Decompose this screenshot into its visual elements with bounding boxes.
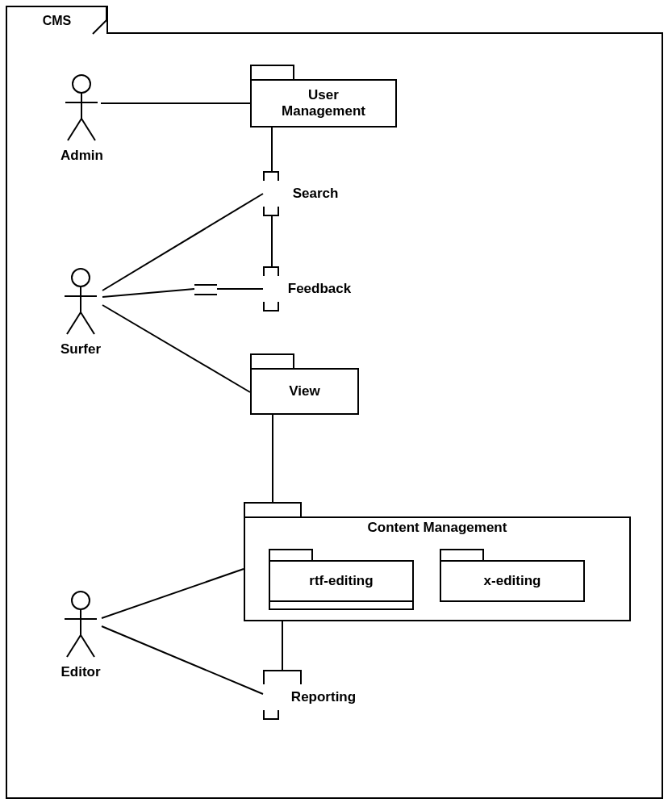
usecase-view: View (250, 368, 359, 415)
actor-icon (61, 591, 101, 659)
usecase-reporting-label: Reporting (291, 689, 356, 705)
usecase-user-management-tab (250, 65, 294, 81)
usecase-search-stub-bottom (263, 207, 279, 216)
usecase-reporting-stub-bottom (263, 710, 279, 720)
usecase-reporting-tab (263, 670, 302, 684)
svg-line-11 (81, 312, 94, 334)
actor-surfer-label: Surfer (61, 341, 101, 358)
usecase-feedback-stub-top (263, 266, 279, 276)
svg-line-6 (81, 119, 95, 140)
usecase-rtf-editing: rtf-editing (269, 560, 414, 602)
usecase-feedback-stub-bottom (263, 302, 279, 312)
usecase-search: Search (263, 181, 368, 207)
actor-editor-label: Editor (61, 664, 101, 680)
actor-editor: Editor (61, 591, 101, 680)
usecase-rtf-editing-label: rtf-editing (309, 573, 373, 589)
actor-surfer: Surfer (61, 268, 101, 358)
usecase-view-tab (250, 353, 294, 370)
usecase-x-editing-label: x-editing (484, 573, 541, 589)
usecase-search-label: Search (293, 186, 339, 202)
actor-admin-label: Admin (61, 148, 103, 164)
usecase-content-management-label: Content Management (368, 520, 507, 536)
usecase-feedback-stub-left (194, 284, 217, 295)
svg-point-12 (72, 592, 90, 609)
svg-line-16 (81, 635, 94, 657)
usecase-rtf-editing-stub-bottom (269, 602, 414, 610)
usecase-reporting: Reporting (263, 684, 384, 710)
system-tab: CMS (6, 6, 108, 34)
actor-icon (61, 74, 102, 143)
usecase-content-management-title: Content Management (244, 516, 631, 539)
usecase-feedback: Feedback (263, 276, 376, 302)
usecase-view-label: View (289, 383, 319, 399)
usecase-feedback-label: Feedback (288, 281, 351, 297)
actor-admin: Admin (61, 74, 103, 164)
svg-point-2 (73, 75, 90, 93)
diagram-canvas: CMS Admin Surfer (0, 0, 672, 807)
usecase-x-editing: x-editing (440, 560, 585, 602)
actor-icon (61, 268, 101, 337)
svg-line-10 (67, 312, 81, 334)
svg-line-5 (68, 119, 81, 140)
svg-line-15 (67, 635, 81, 657)
usecase-user-management-label: User Management (282, 87, 365, 120)
system-title: CMS (43, 14, 72, 28)
usecase-search-stub-top (263, 171, 279, 181)
usecase-content-management-tab (244, 502, 302, 518)
usecase-user-management: User Management (250, 79, 397, 128)
svg-point-7 (72, 269, 90, 286)
